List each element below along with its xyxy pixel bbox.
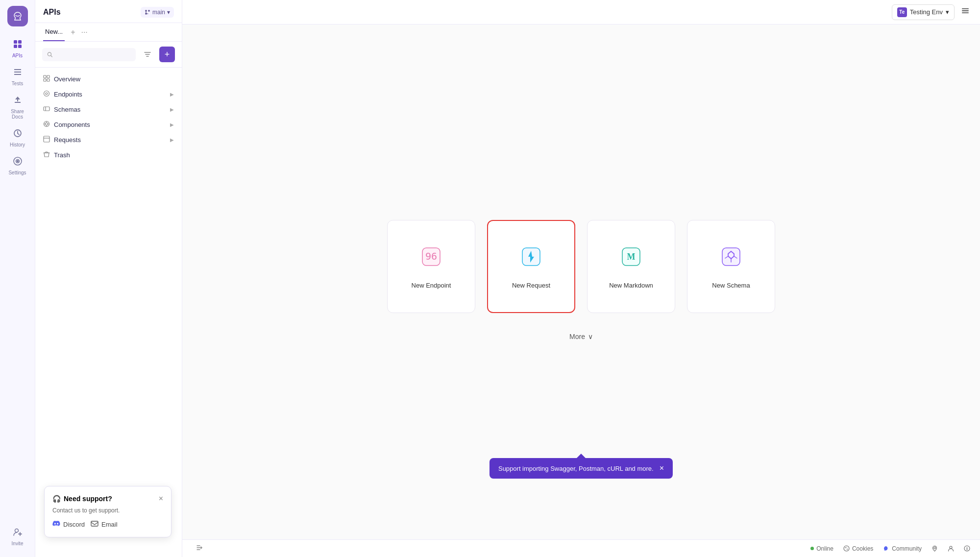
tooltip-box: Support importing Swagger, Postman, cURL… xyxy=(490,458,673,479)
email-link[interactable]: Email xyxy=(91,520,118,529)
nav-overview[interactable]: Overview xyxy=(35,72,182,87)
svg-rect-23 xyxy=(962,10,969,11)
tab-add-icon: + xyxy=(71,28,75,36)
filter-button[interactable] xyxy=(140,48,155,61)
nav-requests-label: Requests xyxy=(54,136,81,144)
tooltip-close-button[interactable]: × xyxy=(660,464,664,473)
info-icon xyxy=(964,545,970,552)
support-panel: 🎧 Need support? × Contact us to get supp… xyxy=(44,486,172,537)
svg-point-5 xyxy=(16,160,18,162)
endpoints-arrow: ▶ xyxy=(170,92,174,97)
sidebar-label-share-docs: Share Docs xyxy=(6,109,29,120)
sidebar-item-history[interactable]: History xyxy=(3,124,32,151)
cookies-label: Cookies xyxy=(852,545,873,552)
apis-icon xyxy=(13,39,23,51)
support-title: 🎧 Need support? xyxy=(52,495,112,503)
online-dot xyxy=(810,547,814,550)
nav-endpoints[interactable]: Endpoints ▶ xyxy=(35,87,182,102)
svg-rect-24 xyxy=(962,12,969,13)
svg-point-36 xyxy=(950,546,952,549)
new-endpoint-label: New Endpoint xyxy=(412,282,451,289)
search-box[interactable] xyxy=(42,48,136,61)
status-online[interactable]: Online xyxy=(810,545,833,552)
svg-rect-11 xyxy=(44,75,46,78)
svg-rect-13 xyxy=(44,79,46,81)
svg-point-6 xyxy=(15,529,18,533)
collapse-left-button[interactable] xyxy=(192,542,207,555)
settings-icon xyxy=(13,156,23,169)
left-panel: APIs main ▾ New... + ··· xyxy=(35,0,182,557)
tab-new-label: New... xyxy=(45,28,63,35)
branch-selector[interactable]: main ▾ xyxy=(141,7,174,18)
sidebar-item-invite[interactable]: Invite xyxy=(3,523,32,550)
app-logo[interactable] xyxy=(7,6,28,26)
main-content: Te Testing Env ▾ 96 New Endpo xyxy=(182,0,980,557)
nav-trash[interactable]: Trash xyxy=(35,147,182,163)
svg-point-33 xyxy=(847,549,848,550)
sidebar-item-share-docs[interactable]: Share Docs xyxy=(3,91,32,123)
main-menu-button[interactable] xyxy=(960,6,970,18)
sidebar-label-tests: Tests xyxy=(12,81,23,86)
new-markdown-icon: M xyxy=(618,244,644,274)
new-schema-label: New Schema xyxy=(712,282,750,289)
cookies-link[interactable]: Cookies xyxy=(843,545,873,552)
tab-more-btn[interactable]: ··· xyxy=(81,28,87,37)
schemas-arrow: ▶ xyxy=(170,107,174,112)
tooltip-arrow xyxy=(576,454,586,459)
more-button[interactable]: More ∨ xyxy=(562,329,601,344)
nav-schemas-label: Schemas xyxy=(54,106,80,113)
card-new-schema[interactable]: New Schema xyxy=(687,220,775,313)
nav-schemas[interactable]: Schemas ▶ xyxy=(35,102,182,117)
svg-point-15 xyxy=(44,91,49,97)
info-button[interactable] xyxy=(964,545,970,552)
trash-icon xyxy=(43,151,50,159)
svg-rect-1 xyxy=(18,40,22,44)
location-button[interactable] xyxy=(931,545,938,552)
branch-icon xyxy=(145,9,150,15)
tab-add-btn[interactable]: + xyxy=(71,28,75,37)
card-new-markdown[interactable]: M New Markdown xyxy=(587,220,675,313)
svg-rect-21 xyxy=(91,521,98,526)
support-close-button[interactable]: × xyxy=(159,494,163,503)
cards-area: 96 New Endpoint New Request xyxy=(182,24,980,539)
sidebar-label-apis: APIs xyxy=(12,53,23,58)
discord-link[interactable]: Discord xyxy=(52,520,85,529)
tests-icon xyxy=(13,67,23,79)
requests-icon xyxy=(43,136,50,144)
share-docs-icon xyxy=(13,95,23,107)
sidebar-item-apis[interactable]: APIs xyxy=(3,35,32,62)
components-icon xyxy=(43,121,50,129)
add-button[interactable]: + xyxy=(159,47,175,62)
search-input[interactable] xyxy=(56,51,131,58)
svg-rect-0 xyxy=(14,40,17,44)
card-new-endpoint[interactable]: 96 New Endpoint xyxy=(387,220,475,313)
env-name: Testing Env xyxy=(910,8,943,16)
env-selector[interactable]: Te Testing Env ▾ xyxy=(892,4,955,20)
sidebar-item-tests[interactable]: Tests xyxy=(3,63,32,90)
nav-requests[interactable]: Requests ▶ xyxy=(35,132,182,147)
tooltip-wrapper: Support importing Swagger, Postman, cURL… xyxy=(490,453,673,479)
panel-title: APIs xyxy=(43,8,137,17)
online-label: Online xyxy=(816,545,833,552)
svg-rect-22 xyxy=(962,8,969,9)
bottom-bar: Online Cookies Community xyxy=(182,539,980,557)
nav-components[interactable]: Components ▶ xyxy=(35,117,182,132)
account-button[interactable] xyxy=(948,545,954,552)
svg-point-8 xyxy=(148,10,150,12)
requests-arrow: ▶ xyxy=(170,137,174,143)
email-label: Email xyxy=(101,521,118,528)
support-links: Discord Email xyxy=(52,520,163,529)
svg-rect-30 xyxy=(722,248,740,266)
community-link[interactable]: Community xyxy=(883,545,922,552)
tab-more-icon: ··· xyxy=(81,28,87,36)
svg-rect-17 xyxy=(44,107,49,111)
cards-row: 96 New Endpoint New Request xyxy=(387,220,775,313)
tab-new[interactable]: New... xyxy=(43,23,65,41)
filter-icon xyxy=(144,50,151,58)
main-toolbar: Te Testing Env ▾ xyxy=(182,0,980,24)
sidebar-item-settings[interactable]: Settings xyxy=(3,152,32,179)
endpoints-icon xyxy=(43,90,50,98)
card-new-request[interactable]: New Request xyxy=(487,220,575,313)
search-filter-row: + xyxy=(35,42,182,68)
more-chevron: ∨ xyxy=(588,333,593,340)
